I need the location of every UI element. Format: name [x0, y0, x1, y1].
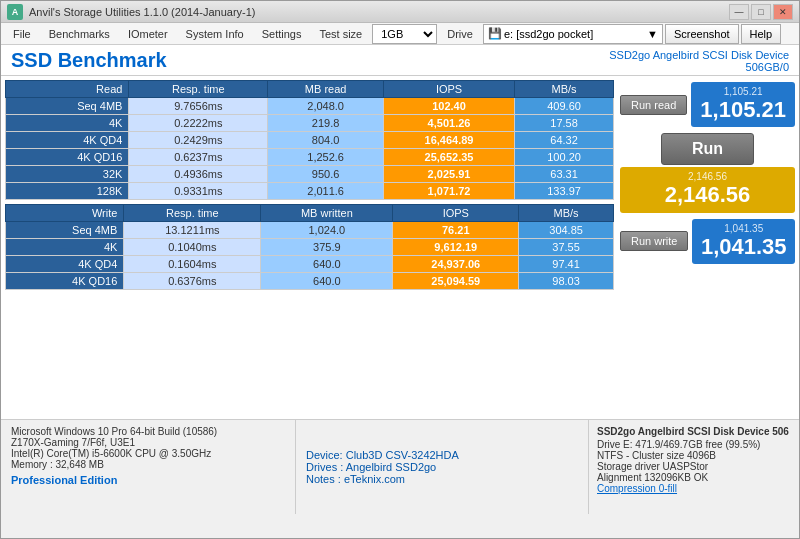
main-area: SSD Benchmark SSD2go Angelbird SCSI Disk… [1, 45, 799, 514]
write-table-row: Seq 4MB 13.1211ms 1,024.0 76.21 304.85 [6, 222, 614, 239]
test-size-select[interactable]: 1GB 4GB 256MB [372, 24, 437, 44]
read-row-resp: 0.2222ms [129, 115, 268, 132]
write-col-mbs: MB/s [519, 205, 614, 222]
device-info: SSD2go Angelbird SCSI Disk Device 506GB/… [609, 49, 789, 73]
benchmark-title: SSD Benchmark [11, 49, 167, 72]
read-row-mbs: 409.60 [515, 98, 614, 115]
write-row-mb: 375.9 [261, 239, 393, 256]
read-row-label: 4K [6, 115, 129, 132]
read-row-mb: 950.6 [268, 166, 384, 183]
test-size-label: Test size [311, 26, 370, 42]
read-row-mb: 2,048.0 [268, 98, 384, 115]
footer-device-line1: Device: Club3D CSV-3242HDA [306, 449, 578, 461]
minimize-button[interactable]: — [729, 4, 749, 20]
run-button-row: Run 2,146.56 2,146.56 [620, 133, 795, 212]
read-table-row: 4K QD4 0.2429ms 804.0 16,464.89 64.32 [6, 132, 614, 149]
read-row-resp: 0.4936ms [129, 166, 268, 183]
read-row-mb: 804.0 [268, 132, 384, 149]
run-read-button[interactable]: Run read [620, 95, 687, 115]
help-button[interactable]: Help [741, 24, 782, 44]
write-table-row: 4K QD4 0.1604ms 640.0 24,937.06 97.41 [6, 256, 614, 273]
read-row-mb: 2,011.6 [268, 183, 384, 200]
read-col-iops: IOPS [383, 81, 514, 98]
title-bar: A Anvil's Storage Utilities 1.1.0 (2014-… [1, 1, 799, 23]
device-line2: 506GB/0 [609, 61, 789, 73]
menu-settings[interactable]: Settings [254, 26, 310, 42]
read-table-row: 32K 0.4936ms 950.6 2,025.91 63.31 [6, 166, 614, 183]
write-row-iops: 24,937.06 [393, 256, 519, 273]
menu-bar: File Benchmarks IOmeter System Info Sett… [1, 23, 799, 45]
drive-dropdown-icon[interactable]: ▼ [647, 28, 658, 40]
read-row-mbs: 100.20 [515, 149, 614, 166]
footer-right-line4: Alignment 132096KB OK [597, 472, 791, 483]
menu-iometer[interactable]: IOmeter [120, 26, 176, 42]
footer-right-title: SSD2go Angelbird SCSI Disk Device 506 [597, 426, 791, 437]
app-icon: A [7, 4, 23, 20]
read-row-iops: 4,501.26 [383, 115, 514, 132]
right-panel: Run read 1,105.21 1,105.21 Run 2,146.56 … [620, 80, 795, 415]
read-row-resp: 9.7656ms [129, 98, 268, 115]
read-row-mb: 1,252.6 [268, 149, 384, 166]
run-button[interactable]: Run [661, 133, 754, 165]
read-row-iops: 102.40 [383, 98, 514, 115]
write-score-row: Run write 1,041.35 1,041.35 [620, 219, 795, 264]
menu-file[interactable]: File [5, 26, 39, 42]
menu-benchmarks[interactable]: Benchmarks [41, 26, 118, 42]
run-write-button[interactable]: Run write [620, 231, 688, 251]
footer-line2: Z170X-Gaming 7/F6f, U3E1 [11, 437, 285, 448]
write-row-label: 4K QD16 [6, 273, 124, 290]
write-row-resp: 0.6376ms [124, 273, 261, 290]
write-row-mbs: 37.55 [519, 239, 614, 256]
read-row-iops: 16,464.89 [383, 132, 514, 149]
write-score-label: 1,041.35 [696, 223, 791, 234]
drive-value: e: [ssd2go pocket] [504, 28, 593, 40]
footer-line4: Memory : 32,648 MB [11, 459, 285, 470]
read-row-iops: 25,652.35 [383, 149, 514, 166]
footer-right-line3: Storage driver UASPStor [597, 461, 791, 472]
read-col-label: Read [6, 81, 129, 98]
read-row-label: 4K QD16 [6, 149, 129, 166]
read-row-label: 32K [6, 166, 129, 183]
write-row-resp: 13.1211ms [124, 222, 261, 239]
write-row-iops: 25,094.59 [393, 273, 519, 290]
window-controls[interactable]: — □ ✕ [729, 4, 793, 20]
write-score-value: 1,041.35 [696, 234, 791, 260]
read-score-label: 1,105.21 [695, 86, 791, 97]
read-row-mbs: 17.58 [515, 115, 614, 132]
read-row-mbs: 64.32 [515, 132, 614, 149]
write-row-resp: 0.1604ms [124, 256, 261, 273]
footer-right-line2: NTFS - Cluster size 4096B [597, 450, 791, 461]
read-row-mbs: 133.97 [515, 183, 614, 200]
read-row-mb: 219.8 [268, 115, 384, 132]
close-button[interactable]: ✕ [773, 4, 793, 20]
read-table-row: 128K 0.9331ms 2,011.6 1,071.72 133.97 [6, 183, 614, 200]
footer-device-line3: Notes : eTeknix.com [306, 473, 578, 485]
write-row-iops: 9,612.19 [393, 239, 519, 256]
read-col-resp: Resp. time [129, 81, 268, 98]
maximize-button[interactable]: □ [751, 4, 771, 20]
write-row-mbs: 304.85 [519, 222, 614, 239]
drive-display[interactable]: 💾 e: [ssd2go pocket] ▼ [483, 24, 663, 44]
footer-line3: Intel(R) Core(TM) i5-6600K CPU @ 3.50GHz [11, 448, 285, 459]
read-col-mb: MB read [268, 81, 384, 98]
write-col-mb: MB written [261, 205, 393, 222]
total-score-label: 2,146.56 [624, 171, 791, 182]
footer-compression-link[interactable]: Compression 0-fill [597, 483, 791, 494]
total-score-value: 2,146.56 [624, 182, 791, 208]
drive-icon: 💾 [488, 27, 502, 40]
read-row-resp: 0.6237ms [129, 149, 268, 166]
footer-device-notes: Device: Club3D CSV-3242HDA Drives : Ange… [296, 420, 589, 514]
footer-system-info: Microsoft Windows 10 Pro 64-bit Build (1… [1, 420, 296, 514]
footer-drive-info: SSD2go Angelbird SCSI Disk Device 506 Dr… [589, 420, 799, 514]
menu-system-info[interactable]: System Info [178, 26, 252, 42]
device-line1: SSD2go Angelbird SCSI Disk Device [609, 49, 789, 61]
write-row-mbs: 97.41 [519, 256, 614, 273]
write-row-resp: 0.1040ms [124, 239, 261, 256]
read-score-box: 1,105.21 1,105.21 [691, 82, 795, 127]
screenshot-button[interactable]: Screenshot [665, 24, 739, 44]
footer-device-line2: Drives : Angelbird SSD2go [306, 461, 578, 473]
write-col-label: Write [6, 205, 124, 222]
write-row-label: Seq 4MB [6, 222, 124, 239]
read-row-label: 128K [6, 183, 129, 200]
benchmark-header: SSD Benchmark SSD2go Angelbird SCSI Disk… [1, 45, 799, 76]
